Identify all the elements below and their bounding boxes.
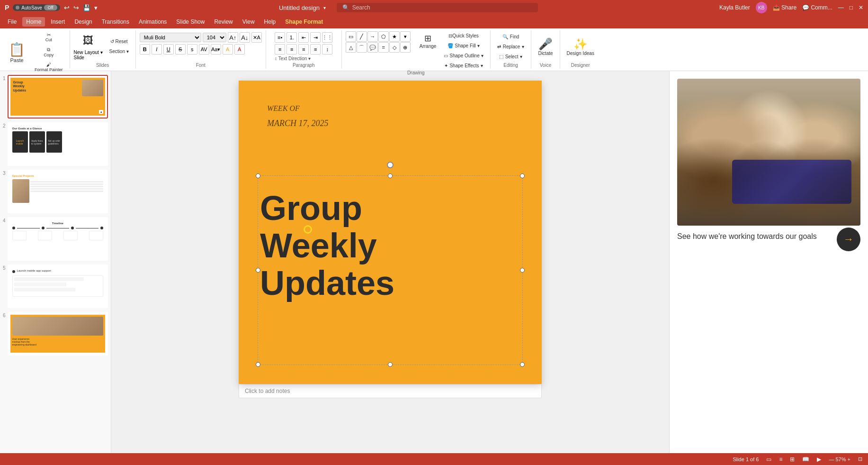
align-right-btn[interactable]: ≡ bbox=[298, 44, 309, 55]
menu-insert[interactable]: Insert bbox=[47, 17, 69, 27]
new-slide-button[interactable]: 🖼 bbox=[80, 33, 96, 49]
undo-icon[interactable]: ↩ bbox=[64, 4, 70, 11]
close-btn[interactable]: ✕ bbox=[859, 4, 863, 11]
design-ideas-button[interactable]: ✨ Design Ideas bbox=[564, 36, 597, 58]
handle-mr[interactable] bbox=[520, 268, 525, 273]
design-arrow-button[interactable]: → bbox=[837, 228, 860, 251]
status-view-slide-sorter[interactable]: ⊞ bbox=[790, 456, 795, 463]
shape-fill-button[interactable]: 🪣 Shape Fill▾ bbox=[441, 41, 486, 50]
search-bar[interactable]: 🔍 bbox=[337, 3, 538, 12]
shape-line-btn[interactable]: ╱ bbox=[357, 31, 367, 42]
quick-styles-button[interactable]: ⊟ Quick Styles bbox=[441, 31, 486, 40]
paste-button[interactable]: 📋 Paste bbox=[4, 40, 30, 65]
shape-curve-btn[interactable]: ⌒ bbox=[357, 42, 367, 53]
new-slide-label[interactable]: NewSlide bbox=[74, 50, 84, 60]
title-dropdown-icon[interactable]: ▾ bbox=[323, 5, 326, 10]
dictate-button[interactable]: 🎤 Dictate bbox=[535, 36, 555, 58]
font-name-select[interactable]: Muli Bold bbox=[140, 33, 201, 42]
minimize-btn[interactable]: — bbox=[838, 4, 844, 11]
text-direction-btn[interactable]: ↕ Text Direction ▾ bbox=[275, 56, 332, 61]
maximize-btn[interactable]: □ bbox=[850, 4, 853, 11]
handle-tm[interactable] bbox=[388, 173, 393, 178]
autosave-toggle[interactable]: Off bbox=[44, 5, 57, 10]
align-left-btn[interactable]: ≡ bbox=[275, 44, 285, 55]
rotate-handle[interactable] bbox=[387, 162, 394, 168]
menu-animations[interactable]: Animations bbox=[135, 17, 170, 27]
cut-button[interactable]: ✂ Cut bbox=[32, 30, 66, 44]
redo-icon[interactable]: ↪ bbox=[73, 4, 79, 11]
status-view-outline[interactable]: ≡ bbox=[779, 456, 782, 463]
shape-extra-btn[interactable]: ⊕ bbox=[400, 42, 411, 53]
menu-slideshow[interactable]: Slide Show bbox=[172, 17, 208, 27]
shape-arrow-btn[interactable]: → bbox=[367, 31, 378, 42]
decrease-font-btn[interactable]: A↓ bbox=[240, 32, 250, 43]
share-btn[interactable]: 📤 Share bbox=[773, 4, 796, 11]
shape-callout-btn[interactable]: 💬 bbox=[367, 42, 378, 53]
shape-equation-btn[interactable]: = bbox=[378, 42, 389, 53]
autosave-badge[interactable]: AutoSave Off bbox=[13, 4, 60, 11]
layout-button[interactable]: Layout ▾ bbox=[85, 50, 103, 60]
shape-pentagon-btn[interactable]: ⬠ bbox=[378, 31, 389, 42]
status-fit[interactable]: ⊡ bbox=[858, 456, 862, 462]
slide-thumb-5[interactable]: Launch mobile app support bbox=[8, 264, 108, 308]
slide-thumb-3[interactable]: Special Projects bbox=[8, 170, 108, 213]
reset-button[interactable]: ↺ Reset bbox=[107, 37, 132, 46]
bullets-btn[interactable]: ≡• bbox=[275, 32, 285, 43]
shape-triangle-btn[interactable]: △ bbox=[346, 42, 356, 53]
strikethrough-btn[interactable]: S bbox=[175, 44, 186, 55]
slide-main-text[interactable]: Group Weekly Updates bbox=[260, 190, 394, 302]
shape-flowchart-btn[interactable]: ◇ bbox=[389, 42, 400, 53]
increase-font-btn[interactable]: A↑ bbox=[228, 32, 238, 43]
copy-button[interactable]: ⧉ Copy bbox=[32, 45, 66, 59]
line-spacing-btn[interactable]: ↕ bbox=[322, 44, 332, 55]
shape-outline-button[interactable]: ▭ Shape Outline▾ bbox=[441, 51, 486, 60]
status-view-normal[interactable]: ▭ bbox=[766, 456, 771, 463]
decrease-indent-btn[interactable]: ⇤ bbox=[298, 32, 309, 43]
menu-home[interactable]: Home bbox=[22, 17, 45, 27]
notes-bar[interactable]: Click to add notes bbox=[239, 384, 542, 398]
shadow-btn[interactable]: s bbox=[187, 44, 197, 55]
shape-star-btn[interactable]: ★ bbox=[389, 31, 400, 42]
find-button[interactable]: 🔍 Find bbox=[494, 32, 528, 41]
save-icon[interactable]: 💾 bbox=[83, 4, 90, 11]
font-color-btn[interactable]: A bbox=[234, 44, 245, 55]
replace-button[interactable]: ⇄ Replace▾ bbox=[494, 42, 528, 51]
underline-btn[interactable]: U bbox=[163, 44, 174, 55]
shape-effects-button[interactable]: ✦ Shape Effects▾ bbox=[441, 61, 486, 70]
clear-format-btn[interactable]: ✕A bbox=[251, 32, 262, 43]
customize-icon[interactable]: ▾ bbox=[94, 4, 98, 11]
numbering-btn[interactable]: 1. bbox=[286, 32, 297, 43]
font-size-select[interactable]: 104 bbox=[203, 33, 226, 42]
doc-title[interactable]: Untitled design bbox=[279, 4, 320, 11]
handle-tr[interactable] bbox=[520, 173, 525, 178]
menu-shape-format[interactable]: Shape Format bbox=[281, 17, 327, 27]
menu-file[interactable]: File bbox=[4, 17, 20, 27]
slide-thumb-4[interactable]: Timeline bbox=[8, 217, 108, 261]
status-view-reading[interactable]: 📖 bbox=[802, 456, 809, 463]
slide-canvas[interactable]: WEEK OF MARCH 17, 2025 Group Weekly bbox=[239, 81, 542, 384]
shape-rect-btn[interactable]: ▭ bbox=[346, 31, 356, 42]
slide-thumb-1[interactable]: GroupWeeklyUpdates ■ bbox=[8, 75, 108, 119]
handle-br[interactable] bbox=[520, 362, 525, 367]
handle-bm[interactable] bbox=[388, 362, 393, 367]
handle-tl[interactable] bbox=[256, 173, 260, 178]
change-case-btn[interactable]: Aa▾ bbox=[211, 44, 221, 55]
section-button[interactable]: Section ▾ bbox=[107, 47, 132, 56]
shape-more-btn[interactable]: ▾ bbox=[400, 31, 411, 42]
slide-thumb-6[interactable]: User experiencemockup from theengineerin… bbox=[8, 312, 108, 356]
arrange-button[interactable]: ⊞ Arrange bbox=[417, 31, 439, 51]
bold-btn[interactable]: B bbox=[140, 44, 150, 55]
comments-btn[interactable]: 💬 Comm... bbox=[802, 4, 832, 11]
justify-btn[interactable]: ≡ bbox=[310, 44, 321, 55]
status-slideshow[interactable]: ▶ bbox=[817, 456, 821, 463]
search-input[interactable] bbox=[352, 4, 532, 11]
menu-review[interactable]: Review bbox=[210, 17, 236, 27]
italic-btn[interactable]: I bbox=[152, 44, 162, 55]
menu-transitions[interactable]: Transitions bbox=[98, 17, 133, 27]
menu-help[interactable]: Help bbox=[260, 17, 280, 27]
slide-thumb-2[interactable]: Our Goals at a Glance Launchmobile Apply… bbox=[8, 122, 108, 166]
increase-indent-btn[interactable]: ⇥ bbox=[310, 32, 321, 43]
char-spacing-btn[interactable]: AV bbox=[199, 44, 209, 55]
align-center-btn[interactable]: ≡ bbox=[286, 44, 297, 55]
select-button[interactable]: ⬚ Select▾ bbox=[494, 52, 528, 61]
